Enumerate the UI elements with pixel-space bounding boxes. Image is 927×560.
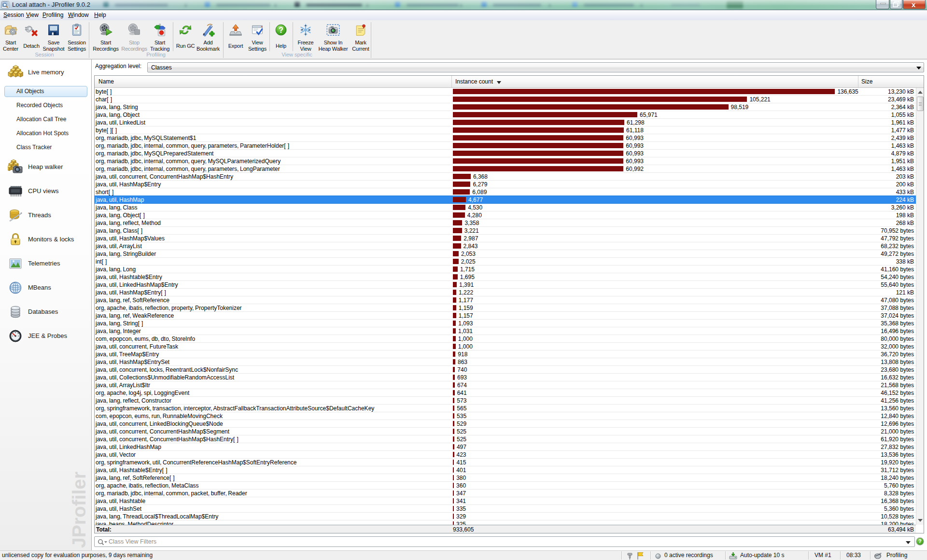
- svg-text:?: ?: [918, 538, 921, 544]
- svg-text:?: ?: [279, 26, 283, 34]
